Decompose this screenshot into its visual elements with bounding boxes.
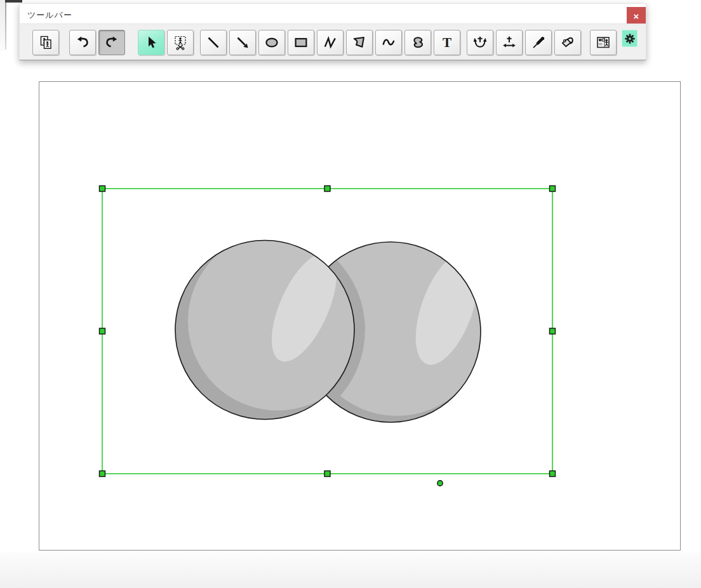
toolbar-titlebar[interactable]: ツールバー × (20, 4, 646, 25)
tool-line-button[interactable] (200, 30, 227, 55)
tool-polyline-button[interactable] (317, 30, 344, 55)
tool-closed-curve-button[interactable] (404, 30, 431, 55)
polyline-icon (322, 34, 338, 51)
tool-undo-button[interactable] (69, 30, 96, 55)
tool-redo-button[interactable] (98, 30, 125, 55)
polygon-icon (351, 34, 368, 51)
curve-icon (380, 34, 397, 51)
selection-handle[interactable] (550, 471, 556, 477)
canvas-area[interactable] (39, 81, 681, 551)
page-background: { "window": { "title": "ツールバー", "close_g… (0, 0, 701, 588)
cut-scissors-icon (172, 34, 189, 51)
background-window-border (5, 0, 6, 50)
svg-text:T: T (443, 35, 451, 50)
selection-handle[interactable] (100, 186, 105, 192)
cursor-arrow-icon (143, 34, 159, 51)
page-bottom-strip (0, 552, 701, 588)
close-icon: × (634, 11, 639, 22)
tool-move-anchor-button[interactable] (496, 30, 523, 55)
background-window-edge (0, 0, 5, 51)
selection-handle[interactable] (100, 328, 105, 334)
tool-select-button[interactable] (138, 30, 164, 55)
undo-arrow-icon (74, 34, 91, 51)
arrow-line-icon (234, 34, 251, 51)
selection-handle[interactable] (324, 471, 330, 477)
panel-person-icon (595, 34, 611, 51)
toolbar-window: ツールバー × (19, 3, 646, 60)
selection-handle[interactable] (550, 328, 556, 334)
tool-rectangle-button[interactable] (288, 30, 314, 55)
closed-curve-icon (410, 34, 426, 51)
copy-pages-icon (37, 34, 54, 51)
eyedropper-icon (530, 34, 547, 51)
selection-handle[interactable] (100, 471, 105, 477)
rotate-anchor-icon (472, 34, 488, 51)
rotation-handle[interactable] (437, 481, 443, 486)
background-window-corner-bar (5, 0, 22, 3)
selection-handle[interactable] (324, 186, 330, 192)
tool-cut-figure-button[interactable] (167, 30, 194, 55)
settings-button[interactable] (622, 30, 638, 47)
ellipse-icon (264, 34, 280, 51)
line-icon (205, 34, 222, 51)
drawing-svg[interactable] (39, 82, 680, 550)
window-title: ツールバー (27, 10, 72, 21)
redo-arrow-icon (103, 34, 120, 51)
tool-panel-button[interactable] (590, 30, 617, 55)
tool-rotate-anchor-button[interactable] (467, 30, 493, 55)
selection-handle[interactable] (550, 186, 556, 192)
tool-curve-button[interactable] (375, 30, 402, 55)
paint-bucket-icon (559, 34, 576, 51)
rectangle-icon (293, 34, 309, 51)
tool-ellipse-button[interactable] (258, 30, 285, 55)
tool-polygon-button[interactable] (346, 30, 373, 55)
text-T-icon: T (439, 34, 455, 51)
tool-copy-figure-button[interactable] (32, 30, 59, 55)
tool-arrow-line-button[interactable] (229, 30, 256, 55)
tool-text-button[interactable]: T (434, 30, 460, 55)
toolbar-strip: T (20, 23, 646, 60)
gear-icon (623, 32, 637, 46)
tool-fill-button[interactable] (554, 30, 581, 55)
tool-eyedropper-button[interactable] (525, 30, 552, 55)
move-anchor-icon (501, 34, 517, 51)
